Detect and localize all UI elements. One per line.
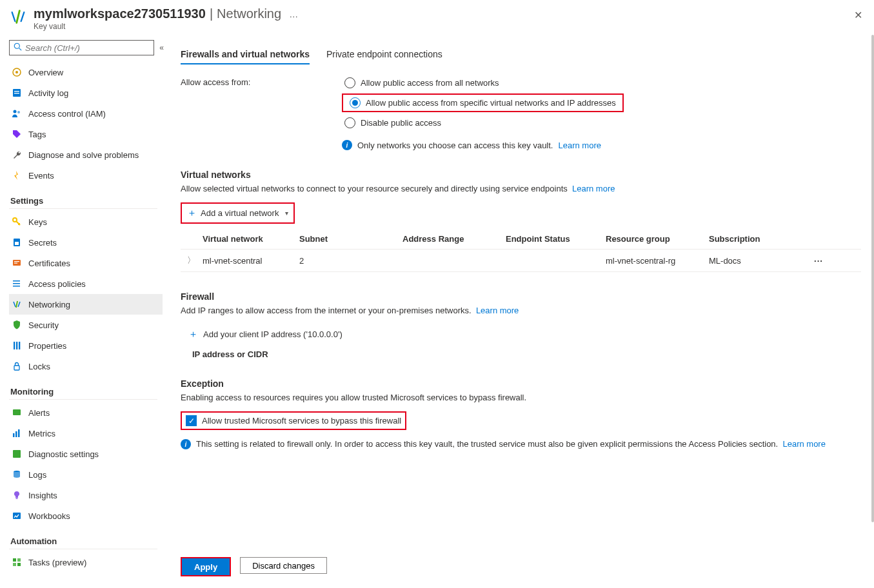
- search-icon: [14, 43, 22, 53]
- sidebar-item-overview[interactable]: Overview: [9, 62, 163, 83]
- sidebar-item-locks[interactable]: Locks: [9, 356, 163, 377]
- resource-title: mymlworkspace2730511930: [34, 6, 206, 21]
- sidebar-item-access-policies[interactable]: Access policies: [9, 273, 163, 294]
- svg-rect-16: [13, 283, 20, 284]
- sidebar-item-tasks[interactable]: Tasks (preview): [9, 552, 163, 573]
- svg-rect-29: [13, 513, 21, 519]
- svg-rect-5: [14, 91, 19, 92]
- svg-rect-17: [13, 286, 20, 287]
- sidebar-item-logs[interactable]: Logs: [9, 464, 163, 485]
- firewall-section-title: Firewall: [181, 291, 861, 302]
- svg-rect-18: [14, 342, 15, 349]
- add-client-ip-button[interactable]: ＋ Add your client IP address ('10.0.0.0'…: [181, 324, 348, 344]
- workbooks-icon: [12, 511, 22, 521]
- sidebar-item-iam[interactable]: Access control (IAM): [9, 103, 163, 124]
- svg-rect-13: [14, 261, 19, 262]
- policies-icon: [12, 279, 22, 289]
- row-more-button[interactable]: ···: [806, 256, 831, 266]
- apply-button[interactable]: Apply: [182, 558, 230, 575]
- discard-button[interactable]: Discard changes: [240, 557, 327, 574]
- metrics-icon: [12, 428, 22, 438]
- vnet-table-row[interactable]: 〉 ml-vnet-scentral 2 ml-vnet-scentral-rg…: [181, 250, 861, 272]
- exception-info-text: This setting is related to firewall only…: [196, 439, 778, 449]
- checkbox-checked-icon: ✓: [186, 415, 197, 426]
- sidebar-item-tags[interactable]: Tags: [9, 124, 163, 144]
- sidebar-search-input[interactable]: [25, 43, 150, 53]
- insights-icon: [12, 490, 22, 500]
- tabs: Firewalls and virtual networks Private e…: [181, 49, 861, 64]
- radio-specific-networks[interactable]: Allow public access from specific virtua…: [347, 96, 619, 110]
- sidebar-item-networking[interactable]: Networking: [9, 294, 163, 315]
- page-header: mymlworkspace2730511930 | Networking … K…: [0, 0, 874, 35]
- logs-icon: [12, 469, 22, 480]
- expand-row-icon[interactable]: 〉: [181, 255, 203, 266]
- trusted-services-checkbox[interactable]: ✓ Allow trusted Microsoft services to by…: [182, 413, 405, 429]
- sidebar-item-events[interactable]: Events: [9, 165, 163, 186]
- sidebar-item-workbooks[interactable]: Workbooks: [9, 505, 163, 526]
- ip-cidr-label: IP address or CIDR: [181, 344, 861, 359]
- iam-icon: [12, 108, 22, 119]
- close-icon[interactable]: ✕: [854, 9, 862, 21]
- sidebar-item-metrics[interactable]: Metrics: [9, 423, 163, 444]
- sidebar-item-secrets[interactable]: Secrets: [9, 232, 163, 253]
- main-content: Firewalls and virtual networks Private e…: [164, 35, 874, 588]
- svg-rect-11: [15, 242, 19, 245]
- sidebar-group-automation: Automation: [9, 530, 157, 549]
- exception-section-title: Exception: [181, 378, 861, 389]
- svg-rect-33: [17, 563, 21, 566]
- header-more-button[interactable]: …: [289, 9, 299, 19]
- sidebar: « Overview Activity log Access control (…: [0, 35, 164, 588]
- sidebar-item-diagnose[interactable]: Diagnose and solve problems: [9, 144, 163, 165]
- exception-section-desc: Enabling access to resources requires yo…: [181, 393, 861, 402]
- firewall-section-desc: Add IP ranges to allow access from the i…: [181, 306, 472, 315]
- svg-rect-31: [17, 558, 21, 562]
- footer-bar: Apply Discard changes: [164, 549, 874, 588]
- certificates-icon: [12, 258, 22, 268]
- sidebar-item-security[interactable]: Security: [9, 315, 163, 335]
- radio-disable-public[interactable]: Disable public access: [342, 116, 624, 130]
- firewall-learn-more-link[interactable]: Learn more: [476, 306, 519, 315]
- sidebar-item-keys[interactable]: Keys: [9, 211, 163, 232]
- sidebar-item-certificates[interactable]: Certificates: [9, 253, 163, 273]
- vnet-learn-more-link[interactable]: Learn more: [572, 184, 615, 193]
- svg-point-0: [14, 43, 19, 48]
- svg-line-1: [19, 48, 22, 51]
- access-learn-more-link[interactable]: Learn more: [558, 141, 601, 150]
- sidebar-item-diag-settings[interactable]: Diagnostic settings: [9, 444, 163, 464]
- shield-icon: [12, 320, 22, 330]
- networking-icon: [12, 299, 22, 309]
- collapse-sidebar-icon[interactable]: «: [159, 43, 164, 52]
- sidebar-item-activity-log[interactable]: Activity log: [9, 83, 163, 103]
- sidebar-item-alerts[interactable]: Alerts: [9, 402, 163, 423]
- svg-rect-23: [13, 433, 15, 437]
- info-icon: i: [342, 140, 352, 150]
- chevron-down-icon: ▾: [285, 210, 288, 217]
- svg-point-7: [14, 110, 17, 113]
- events-icon: [12, 170, 22, 181]
- info-icon: i: [181, 439, 191, 449]
- plus-icon: ＋: [188, 328, 198, 340]
- svg-rect-19: [16, 342, 17, 349]
- key-icon: [12, 217, 22, 227]
- vnet-section-desc: Allow selected virtual networks to conne…: [181, 184, 568, 193]
- vnet-section-title: Virtual networks: [181, 170, 861, 180]
- vnet-table-header: Virtual network Subnet Address Range End…: [181, 229, 861, 250]
- overview-icon: [12, 67, 22, 77]
- radio-icon: [350, 97, 361, 108]
- tags-icon: [12, 129, 22, 139]
- radio-all-networks[interactable]: Allow public access from all networks: [342, 76, 624, 90]
- svg-rect-32: [13, 563, 16, 566]
- svg-point-3: [15, 71, 18, 74]
- vnet-table: Virtual network Subnet Address Range End…: [181, 229, 861, 272]
- add-vnet-button[interactable]: ＋ Add a virtual network ▾: [182, 204, 293, 222]
- sidebar-item-insights[interactable]: Insights: [9, 485, 163, 505]
- exception-learn-more-link[interactable]: Learn more: [782, 439, 825, 449]
- wrench-icon: [12, 150, 22, 160]
- sidebar-search[interactable]: [9, 40, 154, 55]
- sidebar-item-properties[interactable]: Properties: [9, 335, 163, 356]
- tab-private-endpoints[interactable]: Private endpoint connections: [326, 49, 442, 64]
- properties-icon: [12, 340, 22, 351]
- radio-icon: [344, 117, 355, 128]
- radio-icon: [344, 77, 355, 88]
- tab-firewalls[interactable]: Firewalls and virtual networks: [181, 49, 310, 64]
